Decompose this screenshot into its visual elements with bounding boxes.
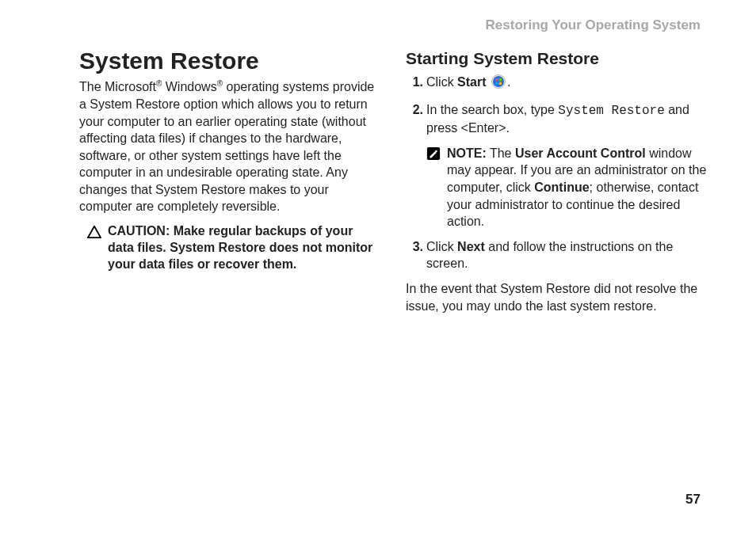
intro-text-2: Windows (162, 80, 216, 93)
note-pencil-icon (426, 146, 441, 161)
svg-rect-3 (495, 78, 498, 81)
note-body: NOTE: The User Account Control window ma… (447, 145, 708, 230)
manual-page: Restoring Your Operating System System R… (0, 0, 756, 536)
running-head: Restoring Your Operating System (79, 17, 708, 33)
left-column: System Restore The Microsoft® Windows® o… (79, 41, 382, 327)
note-callout: NOTE: The User Account Control window ma… (426, 145, 708, 230)
intro-paragraph: The Microsoft® Windows® operating system… (79, 78, 382, 215)
step-2-code: System Restore (558, 104, 664, 118)
two-column-layout: System Restore The Microsoft® Windows® o… (79, 41, 708, 327)
note-label: NOTE: (447, 146, 487, 160)
note-text-a: The (487, 146, 515, 160)
step-1-text-d: . (507, 75, 510, 89)
closing-paragraph: In the event that System Restore did not… (406, 280, 708, 314)
step-2: In the search box, type System Restore a… (406, 101, 708, 230)
page-title: System Restore (79, 48, 382, 74)
step-1-text-c (487, 75, 490, 89)
step-1: Click Start . (406, 74, 708, 93)
caution-body: CAUTION: Make regular backups of your da… (108, 223, 382, 272)
step-3-text-a: Click (426, 240, 457, 253)
caution-label: CAUTION: (108, 224, 174, 238)
registered-mark: ® (217, 79, 223, 88)
svg-marker-0 (88, 226, 101, 238)
section-heading: Starting System Restore (406, 49, 708, 67)
intro-text-3: operating systems provide a System Resto… (79, 80, 374, 213)
svg-rect-6 (499, 82, 502, 85)
svg-point-2 (493, 76, 504, 87)
svg-rect-4 (499, 78, 502, 81)
note-bold-1: User Account Control (515, 146, 646, 160)
right-column: Starting System Restore Click Start . (406, 41, 708, 327)
steps-list: Click Start . In the search box, type Sy… (406, 74, 708, 272)
note-bold-2: Continue (534, 181, 589, 194)
caution-callout: CAUTION: Make regular backups of your da… (79, 223, 382, 272)
step-1-bold: Start (457, 75, 486, 89)
svg-rect-5 (495, 82, 498, 85)
windows-start-orb-icon (491, 74, 506, 93)
step-3: Click Next and follow the instructions o… (406, 238, 708, 272)
page-number: 57 (685, 492, 701, 507)
caution-triangle-icon (87, 225, 101, 239)
step-3-bold: Next (457, 240, 485, 253)
step-2-text-a: In the search box, type (426, 103, 558, 116)
intro-text-1: The Microsoft (79, 80, 156, 93)
step-1-text-a: Click (426, 75, 457, 89)
